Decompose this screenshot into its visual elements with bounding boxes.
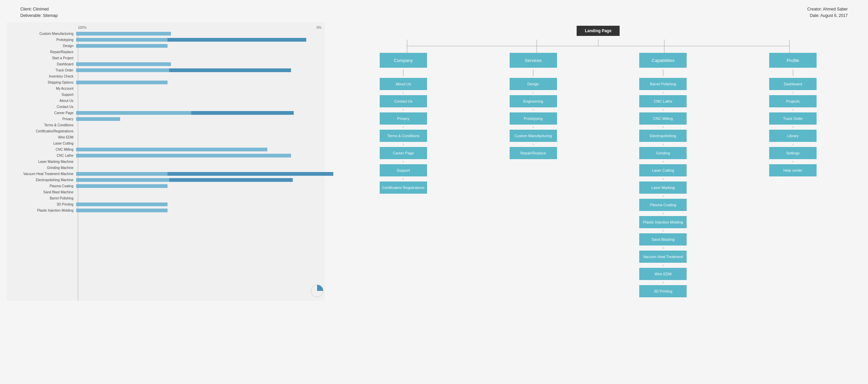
child-spacer (663, 178, 663, 180)
chart-bar-area (76, 98, 325, 104)
sitemap-child-node[interactable]: Track Order (769, 112, 817, 125)
bar-segment-1 (76, 68, 169, 72)
sitemap-child-node[interactable]: Vacuum Heat Treatment (639, 251, 687, 263)
sitemap-col-services: ServicesDesignEngineeringPrototypingCust… (505, 53, 561, 297)
sitemap-child-node[interactable]: Career Page (380, 147, 427, 159)
chart-row-label: Repair/Replace (7, 50, 76, 54)
chart-row: Custom Manufacturing (7, 31, 325, 37)
chart-bar-area (76, 92, 325, 98)
sitemap-child-node[interactable]: Laser Marking (639, 182, 687, 194)
child-spacer (533, 126, 533, 128)
sitemap-child-node[interactable]: Barrel Polishing (639, 78, 687, 90)
sitemap-child-node[interactable]: Plasma Coating (639, 199, 687, 211)
child-spacer (403, 92, 403, 93)
sitemap-top-node-profile[interactable]: Profile (769, 53, 817, 68)
sitemap-child-node[interactable]: Settings (769, 147, 817, 159)
chart-row-label: Start a Project (7, 56, 76, 60)
header-right: Creator: Ahmed Saber Date: August 6, 201… (807, 6, 848, 19)
sitemap-child-node[interactable]: CNC Lathe (639, 95, 687, 107)
chart-bar-area (76, 104, 325, 110)
chart-row: Design (7, 43, 325, 49)
sitemap-child-node[interactable]: Electropolishing (639, 130, 687, 142)
chart-row: Grinding Machine (7, 165, 325, 171)
chart-row: Sand Blast Machine (7, 189, 325, 195)
child-spacer (403, 178, 403, 180)
sitemap-child-node[interactable]: Terms & Conditions (380, 130, 427, 142)
child-spacer (663, 195, 663, 197)
child-spacer (793, 144, 793, 145)
chart-row-label: Electropolishing Machine (7, 178, 76, 182)
sitemap-top-node-capabilities[interactable]: Capabilities (639, 53, 687, 68)
pie-chart-circle (311, 284, 324, 297)
chart-rows: Custom ManufacturingPrototypingDesignRep… (7, 31, 325, 213)
chart-row-label: Plastic Injection Molding (7, 209, 76, 212)
bar-segment-1 (76, 38, 168, 42)
sitemap-child-node[interactable]: Dashboard (769, 78, 817, 90)
chart-row: My Account (7, 86, 325, 91)
chart-bar-area (76, 153, 325, 158)
chart-row-label: Terms & Conditions (7, 123, 76, 127)
chart-row: CNC Milling (7, 147, 325, 152)
chart-bar-area (76, 86, 325, 91)
sitemap-child-node[interactable]: Support (380, 164, 427, 176)
child-spacer (793, 126, 793, 128)
header-left: Client: Clinimed Deliverable: Sitemap (20, 6, 58, 19)
bar-segment-1 (76, 209, 168, 212)
child-spacer (403, 144, 403, 145)
chart-bar-area (76, 183, 325, 189)
vertical-connector-profile (793, 69, 793, 76)
sitemap-child-node[interactable]: Prototyping (510, 112, 557, 125)
sitemap-child-node[interactable]: Laser Cutting (639, 164, 687, 176)
chart-row: Dashboard (7, 61, 325, 67)
chart-row-label: Track Order (7, 68, 76, 72)
child-spacer (663, 161, 663, 163)
sitemap-child-node[interactable]: Repair/Replace (510, 147, 557, 159)
chart-row-label: CNC Milling (7, 148, 76, 151)
sitemap-child-node[interactable]: Contact Us (380, 95, 427, 107)
sitemap-top-node-services[interactable]: Services (510, 53, 557, 68)
sitemap-child-node[interactable]: Certificates/ Registrations (380, 182, 427, 194)
sitemap-child-node[interactable]: About Us (380, 78, 427, 90)
sitemap-top-node-company[interactable]: Company (380, 53, 427, 68)
chart-row: 3D Printing (7, 201, 325, 207)
chart-bar-area (76, 141, 325, 146)
child-spacer (663, 126, 663, 128)
bar-segment-2 (191, 111, 294, 115)
sitemap-child-node[interactable]: Design (510, 78, 557, 90)
chart-row-label: My Account (7, 87, 76, 90)
main-content: 100% 0% Custom ManufacturingPrototypingD… (0, 22, 868, 301)
chart-row: Track Order (7, 67, 325, 73)
chart-row-label: Shipping Options (7, 81, 76, 84)
chart-row-label: 3D Printing (7, 202, 76, 206)
bar-segment-1 (76, 111, 191, 115)
deliverable-label: Deliverable: Sitemap (20, 13, 58, 19)
sitemap-child-node[interactable]: Privacy (380, 112, 427, 125)
bar-segment-1 (76, 32, 171, 36)
chart-row-label: Laser Cutting (7, 142, 76, 145)
chart-row-label: Wire EDM (7, 135, 76, 139)
sitemap-child-node[interactable]: Library (769, 130, 817, 142)
vertical-connector-services (533, 69, 533, 76)
sitemap-child-node[interactable]: Help center (769, 164, 817, 176)
chart-row: Electropolishing Machine (7, 177, 325, 183)
sitemap-child-node[interactable]: 3D Printing (639, 285, 687, 297)
sitemap-child-node[interactable]: Plastic Injection Molding (639, 216, 687, 228)
sitemap-child-node[interactable]: Sand Blasting (639, 233, 687, 246)
client-label: Client: Clinimed (20, 6, 58, 13)
child-spacer (533, 109, 533, 111)
sitemap-child-node[interactable]: Wire EDM (639, 268, 687, 280)
chart-row: Support (7, 92, 325, 98)
sitemap-child-node[interactable]: Grinding (639, 147, 687, 159)
bar-segment-1 (76, 154, 291, 157)
chart-bar-area (76, 37, 325, 43)
chart-row: Barrel Polishing (7, 195, 325, 201)
chart-row: Prototyping (7, 37, 325, 43)
sitemap-child-node[interactable]: Custom Manufacturing (510, 130, 557, 142)
sitemap-child-node[interactable]: CNC Milling (639, 112, 687, 125)
sitemap-child-node[interactable]: Projects (769, 95, 817, 107)
chart-bar-area (76, 67, 325, 73)
sitemap-child-node[interactable]: Engineering (510, 95, 557, 107)
chart-row: Terms & Conditions (7, 122, 325, 128)
child-spacer (793, 109, 793, 111)
chart-bar-area (76, 73, 325, 79)
